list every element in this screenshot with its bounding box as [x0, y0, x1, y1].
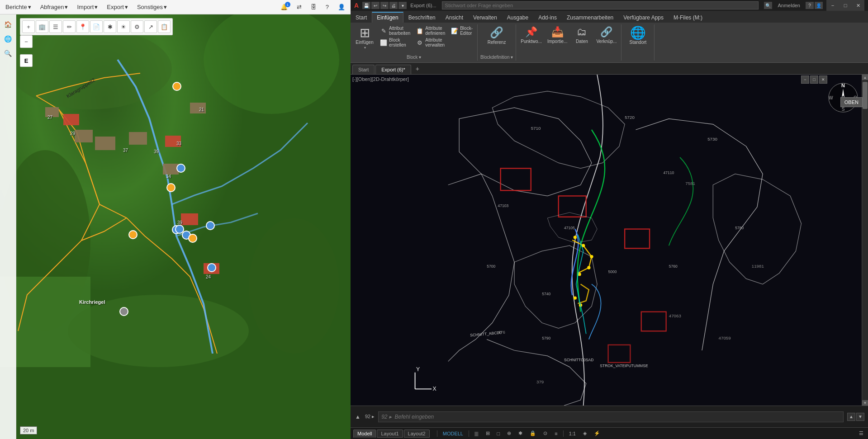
layout-tab-modell[interactable]: Modell	[353, 430, 376, 438]
statusbar-annotate-btn[interactable]: ◈	[581, 430, 588, 436]
oben-button[interactable]: OBEN	[840, 97, 863, 107]
toolbar-doc-btn[interactable]: 📄	[90, 20, 103, 33]
cmd-arrow-down[interactable]: ▼	[856, 413, 864, 421]
titlebar-print-btn[interactable]: 🖨	[389, 2, 398, 9]
ribbon-btn-attribute-verwalten[interactable]: ⚙ Attributeverwalten	[414, 37, 447, 48]
nav-berichte[interactable]: Berichte▾	[4, 3, 33, 11]
ac-tab-export[interactable]: Export (6)*	[375, 65, 411, 74]
statusbar-snap-btn[interactable]: ⊞	[484, 430, 492, 436]
statusbar-lightning-btn[interactable]: ⚡	[592, 430, 602, 436]
statusbar-grid-btn[interactable]: |||	[473, 431, 480, 436]
nav-user-icon[interactable]: 👤	[336, 3, 347, 11]
toolbar-gear-btn[interactable]: ⚙	[131, 20, 143, 33]
toolbar-plus-btn[interactable]: +	[22, 20, 35, 33]
toolbar-arrow-btn[interactable]: ↗	[144, 20, 157, 33]
ac-tab-add-btn[interactable]: +	[412, 63, 423, 74]
ribbon-btn-referenz[interactable]: 🔗 Referenz	[486, 25, 508, 46]
ribbon-btn-attribut[interactable]: ✎ Attributbearbeiten	[378, 25, 412, 36]
toolbar-sun-btn[interactable]: ☀	[117, 20, 130, 33]
toolbar-building-btn[interactable]: 🏢	[36, 20, 48, 33]
ribbon-tab-zusammenarbeiten[interactable]: Zusammenarbeiten	[562, 12, 618, 23]
vp-minus-btn[interactable]: −	[801, 76, 809, 84]
ribbon-tab-verwalten[interactable]: Verwalten	[468, 12, 502, 23]
ribbon-tab-ansicht[interactable]: Ansicht	[441, 12, 468, 23]
nav-notification-icon[interactable]: 🔔 1	[279, 3, 289, 11]
viewport-scrollbar-v[interactable]: ▲ ▼	[862, 75, 868, 406]
titlebar-redo-btn[interactable]: ↪	[380, 2, 389, 9]
statusbar-lineweight-btn[interactable]: ≡	[553, 431, 559, 436]
sidebar-globe-icon[interactable]: 🌐	[2, 33, 14, 45]
nav-sonstiges[interactable]: Sonstiges▾	[135, 3, 169, 11]
statusbar-osnap-btn[interactable]: ✱	[517, 430, 524, 436]
ribbon-tab-start[interactable]: Start	[351, 12, 372, 23]
toolbar-pin-btn[interactable]: 📍	[76, 20, 89, 33]
vp-close-btn[interactable]: ✕	[819, 76, 827, 84]
ac-viewport[interactable]: [-][Oben][2D-Drahtkörper] − □ ✕ OBEN N S…	[351, 75, 868, 406]
toolbar-minus-btn[interactable]: −	[20, 35, 33, 48]
help-icon[interactable]: ?	[806, 2, 814, 9]
ribbon-btn-einfuegen[interactable]: ⊞ Einfügen ▾	[353, 25, 376, 51]
cmd-arrow-up[interactable]: ▲	[847, 413, 855, 421]
statusbar-modell-btn[interactable]: MODELL	[441, 431, 465, 436]
vp-restore-btn[interactable]: □	[810, 76, 818, 84]
ribbon-tab-ausgabe[interactable]: Ausgabe	[502, 12, 533, 23]
toolbar-list-btn[interactable]: ☰	[49, 20, 62, 33]
map-marker-6[interactable]	[188, 234, 197, 243]
statusbar-ortho-btn[interactable]: □	[495, 431, 502, 436]
window-close-btn[interactable]: ✕	[852, 0, 864, 11]
toolbar-clipboard-btn[interactable]: 📋	[158, 20, 171, 33]
ribbon-btn-importie[interactable]: 📥 Importie...	[545, 25, 569, 45]
statusbar-customise-btn[interactable]: ☰	[857, 430, 865, 436]
map-marker-8[interactable]	[128, 230, 138, 239]
sidebar-search-icon[interactable]: 🔍	[2, 47, 14, 60]
sidebar-home-icon[interactable]: 🏠	[2, 18, 14, 31]
ribbon-btn-punktwo[interactable]: 📌 Punktwo...	[519, 25, 544, 45]
toolbar-draw-btn[interactable]: ✏	[63, 20, 76, 33]
nav-export[interactable]: Export▾	[105, 3, 130, 11]
statusbar-lock-icon[interactable]: 🔒	[528, 430, 538, 436]
ac-tab-start[interactable]: Start	[352, 65, 375, 74]
ribbon-tab-addins[interactable]: Add-ins	[533, 12, 562, 23]
ribbon-btn-block-erstellen[interactable]: ⬜ Blockerstellen	[378, 37, 412, 48]
statusbar-otrack-btn[interactable]: ⊙	[541, 430, 549, 436]
e-button[interactable]: E	[20, 54, 33, 67]
account-icon[interactable]: 👤	[815, 2, 823, 9]
map-marker-11[interactable]	[119, 307, 128, 316]
map-marker-10[interactable]	[207, 263, 216, 272]
titlebar-undo-btn[interactable]: ↩	[371, 2, 379, 9]
login-label[interactable]: Anmelden	[778, 3, 800, 8]
titlebar-more-btn[interactable]: ▾	[398, 2, 407, 9]
titlebar-save-btn[interactable]: 💾	[362, 2, 370, 9]
command-input[interactable]	[378, 411, 844, 422]
statusbar-polar-btn[interactable]: ⊕	[505, 430, 513, 436]
nav-import[interactable]: Import▾	[75, 3, 100, 11]
window-restore-btn[interactable]: □	[839, 0, 852, 11]
nav-database-icon[interactable]: 🗄	[309, 3, 318, 11]
search-icon[interactable]: 🔍	[764, 2, 772, 9]
nav-transfer-icon[interactable]: ⇄	[295, 3, 304, 11]
ribbon-btn-block-editor[interactable]: 📝 Block-Editor	[449, 25, 474, 36]
nav-help-icon[interactable]: ?	[324, 3, 331, 11]
autocad-search-input[interactable]	[442, 1, 759, 9]
map-marker-7[interactable]	[175, 225, 184, 234]
ribbon-btn-verknuep[interactable]: 🔗 Verknüp...	[594, 25, 618, 45]
ribbon-tab-mfiles[interactable]: M-Files (M:)	[669, 12, 707, 23]
ribbon-btn-attribute-definieren[interactable]: 📋 Attributedefinieren	[414, 25, 447, 36]
layout-tab-layout2[interactable]: Layout2	[404, 430, 430, 438]
layout-tab-layout1[interactable]: Layout1	[377, 430, 403, 438]
map-area[interactable]: Klaragruppe82 27 29 37 39 33 21 34 39 24…	[0, 14, 351, 439]
ribbon-tab-beschriften[interactable]: Beschriften	[403, 12, 441, 23]
ribbon-tab-apps[interactable]: Verfügbare Apps	[618, 12, 669, 23]
statusbar-scale[interactable]: 1:1	[567, 431, 578, 436]
map-marker-1[interactable]	[172, 82, 181, 91]
nav-abfragen[interactable]: Abfragen▾	[38, 3, 70, 11]
ribbon-btn-daten[interactable]: 🗂 Daten	[571, 25, 593, 45]
window-minimize-btn[interactable]: −	[826, 0, 839, 11]
command-toggle-btn[interactable]: ▲	[354, 413, 361, 421]
map-marker-2[interactable]	[176, 164, 185, 173]
ribbon-tab-einfuegen[interactable]: Einfügen	[372, 12, 403, 23]
ribbon-btn-standort[interactable]: 🌐 Standort	[624, 25, 651, 46]
map-marker-3[interactable]	[166, 183, 175, 192]
toolbar-star-btn[interactable]: ✱	[104, 20, 116, 33]
map-marker-9[interactable]	[206, 221, 215, 230]
